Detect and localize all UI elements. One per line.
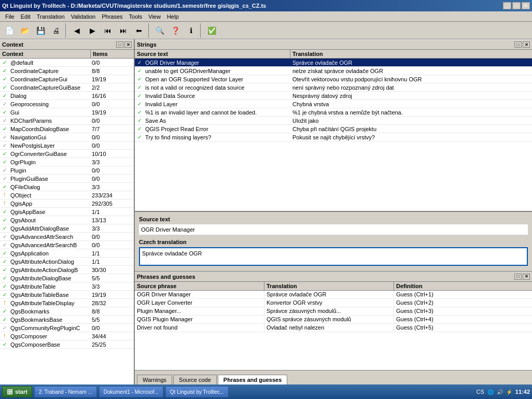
toolbar-forward[interactable]: ▶: [85, 23, 100, 38]
list-item[interactable]: ✓ QgisAppBase 1/1: [0, 208, 134, 216]
list-item[interactable]: ✓ Geoprocessing 0/0: [0, 100, 134, 108]
list-item[interactable]: ✓ QgsAddAttrDialogBase 3/3: [0, 224, 134, 233]
context-table[interactable]: Context Items ✓ @default 0/0 ✓ Coordinat…: [0, 50, 134, 384]
phrase-rows[interactable]: OGR Driver Manager Správce ovladače OGR …: [135, 291, 532, 332]
table-row[interactable]: ✓ Try to find missing layers? Pokusit se…: [135, 133, 532, 141]
window-controls[interactable]: _ □ ✕: [503, 2, 530, 9]
system-tray[interactable]: 🌐 🔊 ⚡: [486, 388, 513, 396]
table-row[interactable]: ✓ unable to get OGRDriverManager nelze z…: [135, 67, 532, 75]
list-item[interactable]: ✓ QgsAdvancedAttrSearchB 0/0: [0, 241, 134, 249]
list-item[interactable]: ✓ QgsAdvancedAttrSearch 0/0: [0, 233, 134, 241]
list-item[interactable]: ✓ QgsAttributeActionDialog 1/1: [0, 258, 134, 266]
maximize-button[interactable]: □: [512, 2, 521, 9]
toolbar-open[interactable]: 📂: [18, 23, 32, 38]
toolbar-done[interactable]: ✅: [204, 23, 219, 38]
toolbar-find[interactable]: 🔍: [152, 23, 167, 38]
menu-phrases[interactable]: Phrases: [99, 12, 125, 21]
phrases-float-btn[interactable]: □: [514, 274, 522, 280]
list-item[interactable]: ✓ QgsComposerBase 25/25: [0, 340, 134, 349]
minimize-button[interactable]: _: [503, 2, 511, 9]
toolbar-new[interactable]: 📄: [2, 23, 17, 38]
toolbar-about[interactable]: ℹ: [184, 23, 198, 38]
phrases-table[interactable]: Source phrase Translation Definition OGR…: [135, 282, 532, 370]
toolbar-back[interactable]: ◀: [69, 23, 84, 38]
table-row[interactable]: QGIS Plugin Manager QGIS správce zásuvný…: [135, 316, 532, 324]
tab-warnings[interactable]: Warnings: [137, 375, 172, 384]
table-row[interactable]: ✓ %1 is an invalid layer and cannot be l…: [135, 108, 532, 117]
list-item[interactable]: ✓ CoordinateCaptureGuiBase 2/2: [0, 83, 134, 92]
list-item[interactable]: ✓ OgrPlugin 3/3: [0, 158, 134, 166]
toolbar-help[interactable]: ❓: [168, 23, 183, 38]
toolbar-next-unfinished[interactable]: ⏭: [116, 23, 131, 38]
context-rows[interactable]: ✓ @default 0/0 ✓ CoordinateCapture 8/8 ✓…: [0, 59, 134, 349]
list-item[interactable]: ✓ Plugin 0/0: [0, 166, 134, 175]
list-item[interactable]: ✓ OgrConverterGuiBase 10/10: [0, 150, 134, 158]
phrases-close-btn[interactable]: ✕: [523, 274, 530, 280]
list-item[interactable]: ✓ QgsBookmarksBase 5/5: [0, 316, 134, 324]
toolbar-save[interactable]: 💾: [33, 23, 48, 38]
list-item[interactable]: ✓ QgsBookmarks 8/8: [0, 307, 134, 316]
string-rows[interactable]: ✓ OGR Driver Manager Správce ovladače OG…: [135, 59, 532, 141]
translation-input[interactable]: [139, 247, 528, 266]
strings-panel-close[interactable]: ✕: [523, 41, 530, 48]
table-row[interactable]: Plugin Manager... Správce zásuvných modu…: [135, 307, 532, 316]
taskbar-item-1[interactable]: 2. Traband - Nemam ...: [34, 386, 97, 397]
list-item[interactable]: ✓ NewPostgisLayer 0/0: [0, 141, 134, 150]
start-button[interactable]: ⊞ start: [2, 386, 32, 397]
list-item[interactable]: ✓ QgsAttributeTableBase 19/19: [0, 291, 134, 299]
list-item[interactable]: ✓ QgsAttributeActionDialogB 30/30: [0, 266, 134, 274]
menu-validation[interactable]: Validation: [68, 12, 99, 21]
bottom-tabs[interactable]: Warnings Source code Phrases and guesses: [135, 370, 532, 384]
taskbar-item-2[interactable]: Dokument1 - Microsof...: [99, 386, 163, 397]
list-item[interactable]: ✓ Gui 19/19: [0, 108, 134, 117]
menu-help[interactable]: Help: [164, 12, 182, 21]
phrases-panel-controls[interactable]: □ ✕: [514, 274, 530, 280]
close-button[interactable]: ✕: [522, 2, 530, 9]
list-item[interactable]: ✓ QgsApplication 1/1: [0, 249, 134, 258]
list-item[interactable]: ✓ Dialog 16/16: [0, 92, 134, 100]
context-panel-controls[interactable]: □ ✕: [116, 41, 132, 48]
table-row[interactable]: ✓ Invalid Data Source Nesprávný datový z…: [135, 92, 532, 100]
table-row[interactable]: OGR Layer Converter Konvertor OGR vrstvy…: [135, 299, 532, 307]
list-item[interactable]: ! QgisApp 292/305: [0, 200, 134, 208]
list-item[interactable]: ✓ QgsAttributeTable 3/3: [0, 282, 134, 291]
list-item[interactable]: ✓ QgsAbout 13/13: [0, 216, 134, 224]
list-item[interactable]: ✓ CoordinateCaptureGui 19/19: [0, 75, 134, 83]
tab-source-code[interactable]: Source code: [173, 375, 217, 384]
list-item[interactable]: ✓ KDChartParams 0/0: [0, 117, 134, 125]
list-item[interactable]: ✓ QgsCommunityRegPluginC 0/0: [0, 324, 134, 332]
list-item[interactable]: ! QgsAttributeTableDisplay 28/32: [0, 299, 134, 307]
menu-edit[interactable]: Edit: [18, 12, 34, 21]
list-item[interactable]: ✓ PluginGuiBase 0/0: [0, 175, 134, 183]
toolbar-print[interactable]: 🖨: [49, 23, 63, 38]
strings-panel-controls[interactable]: □ ✕: [514, 41, 530, 48]
table-row[interactable]: ✓ Save As Uložit jako: [135, 117, 532, 125]
list-item[interactable]: ✓ QgsAttributeDialogBase 5/5: [0, 274, 134, 282]
table-row[interactable]: Driver not found Ovladač nebyl nalezen G…: [135, 324, 532, 332]
table-row[interactable]: ✓ is not a valid or recognized data sour…: [135, 83, 532, 92]
list-item[interactable]: ✓ MapCoordsDialogBase 7/7: [0, 125, 134, 133]
list-item[interactable]: ✓ NavigationGui 0/0: [0, 133, 134, 141]
context-panel-float[interactable]: □: [116, 41, 123, 48]
context-panel-close[interactable]: ✕: [124, 41, 132, 48]
table-row[interactable]: ✓ Invalid Layer Chybná vrstva: [135, 100, 532, 108]
toolbar-prev[interactable]: ⬅: [132, 23, 146, 38]
table-row[interactable]: ✓ Open an OGR Supported Vector Layer Ote…: [135, 75, 532, 83]
menu-view[interactable]: View: [145, 12, 164, 21]
list-item[interactable]: ✓ CoordinateCapture 8/8: [0, 67, 134, 75]
toolbar-prev-unfinished[interactable]: ⏮: [101, 23, 115, 38]
menu-translation[interactable]: Translation: [34, 12, 68, 21]
list-item[interactable]: ! QgsComposer 34/44: [0, 332, 134, 340]
strings-panel-float[interactable]: □: [514, 41, 522, 48]
strings-table[interactable]: Source text Translation ✓ OGR Driver Man…: [135, 50, 532, 211]
table-row[interactable]: OGR Driver Manager Správce ovladače OGR …: [135, 291, 532, 299]
list-item[interactable]: ✓ QFileDialog 3/3: [0, 183, 134, 191]
table-row[interactable]: ✓ OGR Driver Manager Správce ovladače OG…: [135, 59, 532, 67]
menu-tools[interactable]: Tools: [126, 12, 146, 21]
list-item[interactable]: ! QObject 233/234: [0, 191, 134, 200]
menu-file[interactable]: File: [2, 12, 18, 21]
list-item[interactable]: ✓ @default 0/0: [0, 59, 134, 67]
tab-phrases-and-guesses[interactable]: Phrases and guesses: [218, 375, 288, 384]
taskbar-item-3[interactable]: Qt Linguist by Trolltec...: [165, 386, 229, 397]
table-row[interactable]: ✓ QGIS Project Read Error Chyba při načí…: [135, 125, 532, 133]
